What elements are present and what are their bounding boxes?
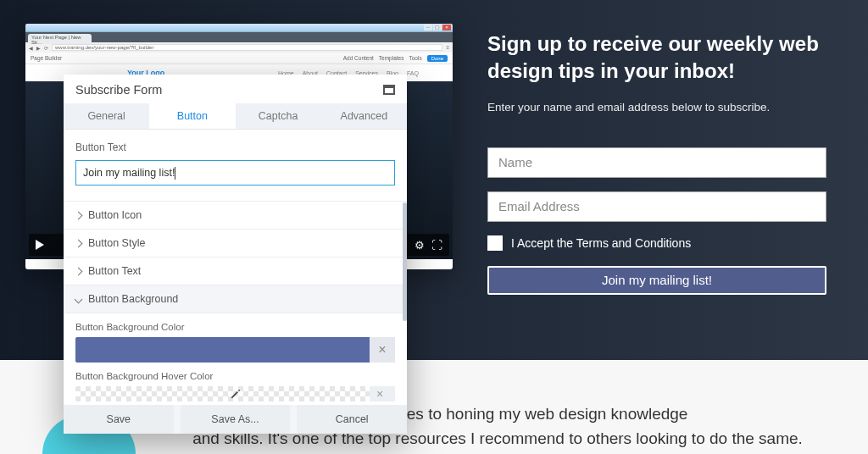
clear-hover-color-button[interactable]: ×: [370, 386, 395, 401]
name-placeholder: Name: [498, 155, 532, 169]
browser-back-button[interactable]: ◀: [29, 45, 33, 51]
browser-forward-button[interactable]: ▶: [36, 45, 41, 51]
clear-color-button[interactable]: ×: [370, 337, 395, 363]
text-caret: [175, 167, 175, 180]
cancel-button[interactable]: Cancel: [297, 405, 407, 434]
hero-heading: Sign up to receive our weekly web design…: [487, 30, 826, 86]
accordion-label: Button Style: [88, 237, 145, 249]
window-titlebar: – ▢ ×: [25, 24, 453, 32]
submit-button[interactable]: Join my mailing list!: [487, 266, 826, 295]
templates-button[interactable]: Templates: [379, 55, 404, 61]
tab-captcha[interactable]: Captcha: [236, 103, 321, 130]
accordion-button-text[interactable]: Button Text: [64, 257, 407, 285]
button-text-input[interactable]: Join my mailing list!: [75, 160, 395, 185]
maximize-icon[interactable]: [383, 85, 395, 95]
browser-reload-button[interactable]: ⟳: [44, 45, 48, 51]
panel-scrollbar[interactable]: [402, 202, 407, 376]
accordion-label: Button Background: [88, 293, 178, 305]
button-text-value: Join my mailing list!: [83, 167, 175, 179]
done-button[interactable]: Done: [427, 55, 448, 62]
browser-menu-button[interactable]: ≡: [446, 45, 449, 50]
nav-faq[interactable]: FAQ: [407, 70, 419, 76]
address-bar[interactable]: www.training.dev/your-new-page/?fl_build…: [52, 44, 442, 51]
chevron-right-icon: [75, 239, 83, 247]
accordion-label: Button Icon: [88, 209, 142, 221]
browser-tabstrip[interactable]: Your Next Page | New Sit…: [25, 32, 453, 42]
settings-icon[interactable]: ⚙: [415, 239, 425, 252]
color-picker-icon[interactable]: [229, 388, 242, 400]
save-button[interactable]: Save: [64, 405, 174, 434]
tab-general[interactable]: General: [64, 103, 149, 130]
submit-button-label: Join my mailing list!: [602, 273, 712, 287]
settings-panel: Subscribe Form General Button Captcha Ad…: [64, 75, 407, 434]
accordion-label: Button Text: [88, 265, 141, 277]
tab-advanced[interactable]: Advanced: [321, 103, 407, 130]
play-icon[interactable]: [36, 240, 44, 250]
add-content-button[interactable]: Add Content: [343, 55, 374, 61]
panel-title: Subscribe Form: [75, 83, 162, 97]
window-minimize-button[interactable]: –: [424, 25, 432, 30]
accordion-button-icon[interactable]: Button Icon: [64, 202, 407, 230]
chevron-right-icon: [75, 211, 83, 219]
bg-hover-color-label: Button Background Hover Color: [64, 363, 407, 386]
email-placeholder: Email Address: [498, 199, 580, 213]
accept-terms-label: I Accept the Terms and Conditions: [511, 236, 691, 250]
window-close-button[interactable]: ×: [442, 25, 451, 30]
chevron-right-icon: [75, 267, 83, 275]
browser-tab[interactable]: Your Next Page | New Sit…: [28, 34, 92, 44]
bg-hover-swatch[interactable]: ×: [75, 386, 395, 401]
tools-button[interactable]: Tools: [409, 55, 421, 61]
email-input[interactable]: Email Address: [487, 191, 826, 222]
bg-color-label: Button Background Color: [64, 313, 407, 337]
accordion-button-style[interactable]: Button Style: [64, 230, 407, 257]
bg-color-swatch[interactable]: ×: [75, 337, 395, 363]
scrollbar-thumb[interactable]: [403, 202, 407, 321]
tab-button[interactable]: Button: [149, 103, 235, 130]
chevron-down-icon: [75, 295, 83, 303]
accordion-button-background[interactable]: Button Background: [64, 285, 407, 313]
hero-subtext: Enter your name and email address below …: [487, 101, 826, 114]
fullscreen-icon[interactable]: ⛶: [431, 239, 442, 252]
page-builder-label: Page Builder: [31, 55, 62, 61]
save-as-button[interactable]: Save As...: [181, 405, 291, 434]
accept-terms-checkbox[interactable]: [487, 235, 503, 251]
name-input[interactable]: Name: [487, 147, 826, 178]
window-maximize-button[interactable]: ▢: [433, 25, 442, 30]
button-text-label: Button Text: [64, 130, 407, 160]
